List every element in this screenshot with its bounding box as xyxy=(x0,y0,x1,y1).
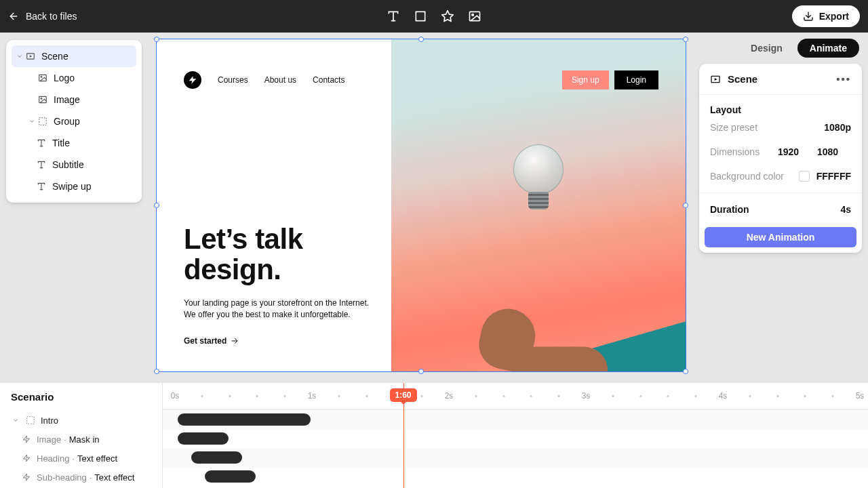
hero-title: Let’s talk design. xyxy=(184,224,401,285)
svg-rect-14 xyxy=(39,118,47,125)
back-label: Back to files xyxy=(26,11,77,22)
back-to-files-button[interactable]: Back to files xyxy=(8,11,77,22)
layer-label: Scene xyxy=(41,51,68,62)
star-tool-icon[interactable] xyxy=(441,9,454,23)
tab-animate[interactable]: Animate xyxy=(797,39,859,58)
signup-button[interactable]: Sign up xyxy=(562,70,609,89)
scenario-row-heading[interactable]: Heading·Text effect xyxy=(11,449,154,468)
ruler-label: 3s xyxy=(582,391,591,401)
hero-subtitle: Your landing page is your storefront on … xyxy=(184,298,401,321)
more-icon[interactable]: ••• xyxy=(836,73,851,85)
bolt-icon xyxy=(22,434,31,444)
ruler-tick xyxy=(612,395,614,397)
ruler-tick xyxy=(831,395,833,397)
image-tool-icon[interactable] xyxy=(468,9,481,23)
scenario-panel: Scenario IntroImage·Mask inHeading·Text … xyxy=(0,383,163,488)
dimension-height: 1080 xyxy=(799,146,838,157)
scenario-track-label: Heading·Text effect xyxy=(37,453,117,464)
ruler-tick xyxy=(502,395,505,397)
layer-row-image[interactable]: Image xyxy=(12,89,136,110)
text-icon xyxy=(36,138,47,148)
panel-tabs: Design Animate xyxy=(699,38,862,58)
background-color-label: Background color xyxy=(710,171,784,182)
export-button[interactable]: Export xyxy=(792,5,860,27)
timeline-track[interactable] xyxy=(163,410,868,429)
login-button[interactable]: Login xyxy=(614,70,658,89)
layer-label: Swipe up xyxy=(52,181,92,192)
layers-panel: SceneLogoImageGroupTitleSubtitleSwipe up xyxy=(6,40,142,203)
text-icon xyxy=(36,181,47,192)
svg-marker-9 xyxy=(30,55,33,58)
timeline-track[interactable] xyxy=(163,467,868,486)
nav-link-contacts[interactable]: Contacts xyxy=(313,75,344,85)
layer-row-logo[interactable]: Logo xyxy=(12,67,136,89)
new-animation-button[interactable]: New Animation xyxy=(705,227,856,247)
duration-value: 4s xyxy=(840,204,851,215)
scenario-track-label: Image·Mask in xyxy=(37,434,100,445)
svg-point-11 xyxy=(41,77,42,78)
ruler-label: 1s xyxy=(308,391,317,401)
ruler-tick xyxy=(338,395,340,397)
ruler-tick xyxy=(256,395,258,397)
ruler-label: 4s xyxy=(719,391,728,401)
timeline-clip[interactable] xyxy=(191,451,242,464)
scenario-row-intro[interactable]: Intro xyxy=(11,411,154,430)
layer-row-subtitle[interactable]: Subtitle xyxy=(12,154,136,176)
ruler-tick xyxy=(776,395,778,397)
get-started-link[interactable]: Get started xyxy=(184,336,401,346)
dimension-width: 1920 xyxy=(760,146,799,157)
bolt-icon xyxy=(22,472,31,482)
properties-panel: Scene ••• Layout Size preset 1080p Dimen… xyxy=(699,64,862,253)
svg-point-13 xyxy=(41,98,42,100)
scenario-row-image[interactable]: Image·Mask in xyxy=(11,430,154,449)
timeline-ruler[interactable]: 0s1s2s3s4s5s xyxy=(163,383,868,410)
dimensions-row[interactable]: Dimensions 1920 1080 xyxy=(699,140,862,164)
ruler-tick xyxy=(475,395,477,397)
hero-group: Let’s talk design. Your landing page is … xyxy=(184,224,401,346)
layer-row-title[interactable]: Title xyxy=(12,132,136,154)
duration-row[interactable]: Duration 4s xyxy=(699,197,862,222)
ruler-tick xyxy=(201,395,203,397)
timeline-track[interactable] xyxy=(163,448,868,467)
background-color-value: FFFFFF xyxy=(816,171,851,182)
ruler-tick xyxy=(229,395,231,397)
ruler-tick xyxy=(804,395,806,397)
chevron-down-icon[interactable] xyxy=(26,118,37,125)
canvas-selection[interactable]: Courses About us Contacts Sign up Login … xyxy=(157,39,686,371)
arrow-right-icon xyxy=(231,337,239,345)
text-tool-icon[interactable] xyxy=(387,9,400,23)
rectangle-tool-icon[interactable] xyxy=(414,9,427,23)
scenario-row-subheading[interactable]: Sub-heading·Text effect xyxy=(11,468,154,487)
ruler-tick xyxy=(530,395,532,397)
scenario-heading: Scenario xyxy=(11,391,154,403)
layer-row-swipeup[interactable]: Swipe up xyxy=(12,176,136,197)
ruler-tick xyxy=(420,395,422,397)
size-preset-row[interactable]: Size preset 1080p xyxy=(699,115,862,140)
layer-label: Title xyxy=(52,138,70,148)
svg-marker-4 xyxy=(442,11,454,22)
timeline-track[interactable] xyxy=(163,429,868,448)
background-color-row[interactable]: Background color FFFFFF xyxy=(699,164,862,188)
color-swatch[interactable] xyxy=(799,171,810,182)
svg-marker-26 xyxy=(24,436,30,443)
nav-link-courses[interactable]: Courses xyxy=(218,75,248,85)
tab-design[interactable]: Design xyxy=(738,39,795,58)
playhead[interactable]: 1:60 xyxy=(390,388,417,402)
lightbulb-icon xyxy=(513,144,564,219)
ruler-tick xyxy=(283,395,285,397)
timeline[interactable]: 0s1s2s3s4s5s 1:60 xyxy=(163,383,868,488)
image-icon xyxy=(37,73,48,83)
chevron-down-icon[interactable] xyxy=(14,53,25,60)
layer-row-scene[interactable]: Scene xyxy=(12,45,136,67)
nav-link-about[interactable]: About us xyxy=(264,75,296,85)
timeline-clip[interactable] xyxy=(178,413,311,426)
chevron-down-icon[interactable] xyxy=(11,417,20,424)
scene-icon xyxy=(25,51,36,62)
group-icon xyxy=(26,415,35,425)
scenario-track-label: Sub-heading·Text effect xyxy=(37,472,134,483)
timeline-clip[interactable] xyxy=(178,432,229,445)
text-icon xyxy=(36,159,47,170)
timeline-clip[interactable] xyxy=(205,470,256,483)
layer-label: Group xyxy=(54,116,80,127)
layer-row-group[interactable]: Group xyxy=(12,110,136,132)
